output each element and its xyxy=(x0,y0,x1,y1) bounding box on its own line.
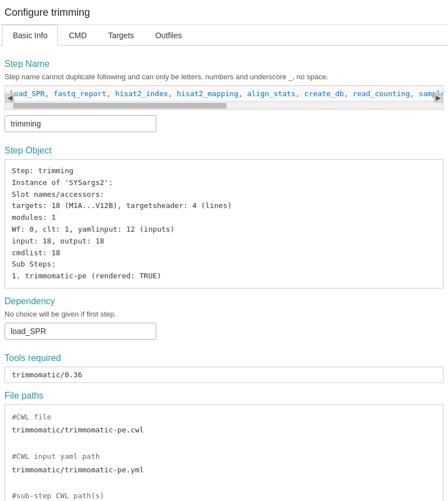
fp-line-1: trimmomatic/trimmomatic-pe.cwl xyxy=(12,423,436,436)
pipeline-steps-inner: load_SPR, fastq_report, hisat2_index, hi… xyxy=(5,86,443,101)
scroll-right-button[interactable]: ▶ xyxy=(433,93,443,103)
fp-line-3: #CWL input yaml path xyxy=(12,450,436,463)
step-name-input[interactable] xyxy=(4,115,156,132)
file-paths-title: File paths xyxy=(4,391,444,401)
step-name-help: Step name cannot duplicate following and… xyxy=(4,73,444,81)
pipeline-steps-container: ◀ load_SPR, fastq_report, hisat2_index, … xyxy=(4,85,444,110)
fp-line-5 xyxy=(12,476,436,489)
step-object-line-9: Sub Steps: xyxy=(12,259,436,270)
p6: create_db xyxy=(304,89,343,98)
scrollbar-area[interactable] xyxy=(5,101,443,109)
p3: hisat2_index xyxy=(115,89,168,98)
step-object-line-4: targets: 18 (M1A...V12B), targetsheader:… xyxy=(12,200,436,212)
tools-required-title: Tools required xyxy=(4,353,444,363)
scroll-left-button[interactable]: ◀ xyxy=(5,93,15,103)
pipeline-step-fastq: fastq_repor xyxy=(53,89,102,98)
p6s: , xyxy=(344,89,353,98)
step-object-line-10: 1. trimmomatic-pe (rendered: TRUE) xyxy=(12,270,436,282)
step-object-title: Step Object xyxy=(4,146,444,156)
step-name-title: Step Name xyxy=(4,59,444,69)
main-content: Step Name Step name cannot duplicate fol… xyxy=(0,46,448,501)
p7s: , xyxy=(410,89,419,98)
p4: hisat2_mapping xyxy=(177,89,238,98)
p7: read_counting xyxy=(353,89,410,98)
pipeline-steps-text: load_SPR xyxy=(10,89,45,98)
file-paths-box: #CWL file trimmomatic/trimmomatic-pe.cwl… xyxy=(4,404,444,501)
p3s: , xyxy=(168,89,177,98)
tab-targets[interactable]: Targets xyxy=(97,25,144,46)
fp-line-4: trimmomatic/trimmomatic-pe.yml xyxy=(12,463,436,476)
tools-required-box: trimmomatic/0.36 xyxy=(4,367,444,383)
scrollbar-thumb[interactable] xyxy=(13,103,227,109)
fp-line-6: #sub-step CWL path(s) xyxy=(12,489,436,501)
page-title: Configure trimming xyxy=(0,0,448,25)
tab-outfiles[interactable]: Outfiles xyxy=(144,25,192,46)
dependency-input[interactable] xyxy=(4,323,156,340)
dependency-help: No choice will be given if first step. xyxy=(4,310,444,318)
tab-basic-info[interactable]: Basic Info xyxy=(2,25,58,46)
step-object-line-5: modules: 1 xyxy=(12,212,436,224)
step-object-box: Step: trimming Instance of 'SYSargs2': S… xyxy=(4,159,444,288)
tabs-bar: Basic Info CMD Targets Outfiles xyxy=(0,25,448,46)
step-object-line-6: Wf: 0, clt: 1, yamlinput: 12 (inputs) xyxy=(12,224,436,236)
dependency-title: Dependency xyxy=(4,296,444,306)
p2: t, xyxy=(102,89,115,98)
tab-cmd[interactable]: CMD xyxy=(58,25,97,46)
pipeline-steps-sep1: , xyxy=(45,89,54,98)
step-object-line-8: cmdlist: 18 xyxy=(12,247,436,259)
step-object-line-1: Step: trimming xyxy=(12,165,436,177)
fp-line-2 xyxy=(12,437,436,450)
p5: align_stats xyxy=(247,89,296,98)
step-object-line-3: Slot names/accessors: xyxy=(12,189,436,201)
p5s: , xyxy=(296,89,305,98)
step-object-line-2: Instance of 'SYSargs2': xyxy=(12,177,436,189)
p4s: , xyxy=(238,89,247,98)
step-object-line-7: input: 18, output: 18 xyxy=(12,236,436,247)
fp-line-0: #CWL file xyxy=(12,410,436,423)
